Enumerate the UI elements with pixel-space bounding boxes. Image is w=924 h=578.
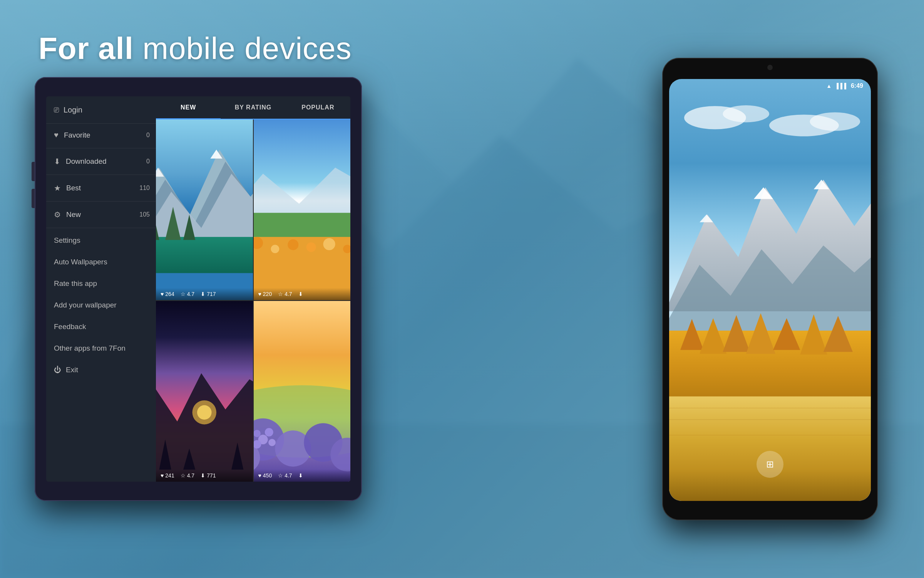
tablet-volume-down bbox=[32, 189, 35, 208]
phone-body: ▲ ▐▐▐ 6:49 ⊞ bbox=[662, 58, 878, 520]
sidebar-item-best[interactable]: ★ Best 110 bbox=[46, 176, 156, 200]
svg-point-23 bbox=[323, 238, 335, 250]
tablet-body: ⎚ Login ♥ Favorite 0 ⬇ Downloaded 0 bbox=[35, 77, 362, 501]
wp1-likes: ♥ 264 bbox=[161, 291, 174, 297]
wp4-likes: ♥ 450 bbox=[258, 472, 272, 479]
wallpaper-image-4 bbox=[254, 301, 351, 482]
add-wallpaper-label: Add your wallpaper bbox=[54, 301, 117, 309]
downloaded-badge: 0 bbox=[146, 158, 150, 165]
wallpaper-image-1 bbox=[156, 119, 253, 300]
phone-fab[interactable]: ⊞ bbox=[757, 451, 783, 478]
wallpaper-cell-4[interactable]: ♥ 450 ☆ 4.7 ⬇ bbox=[254, 301, 351, 482]
phone-device: ▲ ▐▐▐ 6:49 ⊞ bbox=[662, 58, 878, 520]
sidebar-item-new[interactable]: ⚙ New 105 bbox=[46, 203, 156, 226]
login-icon: ⎚ bbox=[54, 105, 59, 115]
wp1-rating: ☆ 4.7 bbox=[181, 291, 194, 297]
wp2-likes: ♥ 220 bbox=[258, 291, 272, 297]
svg-point-44 bbox=[268, 439, 276, 446]
favorite-icon: ♥ bbox=[54, 131, 59, 139]
signal-icon: ▐▐▐ bbox=[835, 83, 846, 89]
sidebar-item-rate-app[interactable]: Rate this app bbox=[46, 273, 156, 294]
divider-4 bbox=[46, 228, 156, 228]
wallpaper-cell-2[interactable]: ♥ 220 ☆ 4.7 ⬇ bbox=[254, 119, 351, 300]
divider-2 bbox=[46, 175, 156, 175]
wp3-downloads: ⬇ 771 bbox=[201, 472, 216, 479]
tablet-device: ⎚ Login ♥ Favorite 0 ⬇ Downloaded 0 bbox=[35, 77, 362, 501]
settings-label: Settings bbox=[54, 236, 80, 245]
feedback-label: Feedback bbox=[54, 323, 86, 331]
wifi-icon: ▲ bbox=[826, 83, 832, 89]
sidebar-item-add-wallpaper[interactable]: Add your wallpaper bbox=[46, 294, 156, 316]
tabs-bar: NEW BY RATING POPULAR bbox=[156, 96, 350, 119]
main-content: NEW BY RATING POPULAR bbox=[156, 96, 350, 482]
sidebar-item-favorite[interactable]: ♥ Favorite 0 bbox=[46, 124, 156, 146]
svg-point-42 bbox=[254, 430, 261, 437]
sidebar-item-auto-wallpapers[interactable]: Auto Wallpapers bbox=[46, 251, 156, 273]
downloaded-label: Downloaded bbox=[66, 157, 107, 166]
phone-status-bar: ▲ ▐▐▐ 6:49 bbox=[669, 79, 871, 93]
headline-regular: mobile devices bbox=[134, 31, 352, 66]
sidebar-login[interactable]: ⎚ Login bbox=[46, 96, 156, 124]
wallpaper-grid: ♥ 264 ☆ 4.7 ⬇ 717 bbox=[156, 119, 350, 482]
other-apps-label: Other apps from 7Fon bbox=[54, 344, 126, 353]
new-badge: 105 bbox=[139, 211, 150, 218]
svg-rect-60 bbox=[669, 397, 871, 501]
tab-popular[interactable]: POPULAR bbox=[286, 96, 350, 119]
sidebar-item-downloaded[interactable]: ⬇ Downloaded 0 bbox=[46, 150, 156, 173]
sidebar-item-other-apps[interactable]: Other apps from 7Fon bbox=[46, 338, 156, 359]
sidebar-item-feedback[interactable]: Feedback bbox=[46, 316, 156, 338]
svg-point-20 bbox=[271, 245, 279, 253]
wallpaper-4-stats: ♥ 450 ☆ 4.7 ⬇ bbox=[254, 469, 351, 482]
exit-label: Exit bbox=[66, 366, 78, 374]
favorite-label: Favorite bbox=[64, 131, 90, 139]
grid-icon: ⊞ bbox=[766, 459, 774, 470]
wp4-rating: ☆ 4.7 bbox=[278, 472, 292, 479]
wp1-downloads: ⬇ 717 bbox=[201, 291, 216, 297]
sidebar-item-settings[interactable]: Settings bbox=[46, 230, 156, 251]
wallpaper-1-stats: ♥ 264 ☆ 4.7 ⬇ 717 bbox=[156, 288, 253, 300]
headline: For all mobile devices bbox=[38, 31, 352, 66]
wp3-rating: ☆ 4.7 bbox=[181, 472, 194, 479]
headline-bold: For all bbox=[38, 31, 134, 66]
phone-wallpaper bbox=[669, 79, 871, 501]
svg-rect-8 bbox=[156, 237, 253, 273]
wp3-likes: ♥ 241 bbox=[161, 472, 174, 479]
tablet-screen: ⎚ Login ♥ Favorite 0 ⬇ Downloaded 0 bbox=[46, 96, 350, 482]
rate-app-label: Rate this app bbox=[54, 279, 97, 288]
wallpaper-3-stats: ♥ 241 ☆ 4.7 ⬇ 771 bbox=[156, 469, 253, 482]
tab-by-rating[interactable]: BY RATING bbox=[221, 96, 285, 119]
wallpaper-cell-3[interactable]: ♥ 241 ☆ 4.7 ⬇ 771 bbox=[156, 301, 253, 482]
best-label: Best bbox=[66, 184, 81, 192]
svg-point-22 bbox=[306, 242, 316, 252]
wallpaper-cell-1[interactable]: ♥ 264 ☆ 4.7 ⬇ 717 bbox=[156, 119, 253, 300]
star-icon: ★ bbox=[54, 183, 61, 193]
login-label: Login bbox=[64, 106, 82, 114]
favorite-badge: 0 bbox=[146, 132, 150, 139]
phone-camera bbox=[767, 65, 773, 70]
phone-time: 6:49 bbox=[851, 82, 863, 89]
svg-point-33 bbox=[197, 405, 212, 420]
new-icon: ⚙ bbox=[54, 210, 61, 219]
new-label: New bbox=[66, 210, 81, 219]
auto-wallpapers-label: Auto Wallpapers bbox=[54, 258, 107, 266]
svg-point-65 bbox=[723, 105, 769, 122]
divider-3 bbox=[46, 201, 156, 202]
svg-point-43 bbox=[264, 428, 273, 437]
exit-icon: ⏻ bbox=[54, 366, 61, 374]
svg-point-67 bbox=[810, 112, 860, 131]
wp4-download-icon: ⬇ bbox=[298, 472, 303, 479]
sidebar: ⎚ Login ♥ Favorite 0 ⬇ Downloaded 0 bbox=[46, 96, 156, 482]
wallpaper-image-3 bbox=[156, 301, 253, 482]
wallpaper-image-2 bbox=[254, 119, 351, 300]
sidebar-item-exit[interactable]: ⏻ Exit bbox=[46, 359, 156, 381]
wp2-rating: ☆ 4.7 bbox=[278, 291, 292, 297]
tab-new[interactable]: NEW bbox=[156, 96, 221, 119]
tablet-volume-up bbox=[32, 162, 35, 181]
wp2-download-icon: ⬇ bbox=[298, 291, 303, 297]
divider-1 bbox=[46, 148, 156, 148]
best-badge: 110 bbox=[139, 185, 150, 192]
wallpaper-2-stats: ♥ 220 ☆ 4.7 ⬇ bbox=[254, 288, 351, 300]
download-icon: ⬇ bbox=[54, 157, 60, 166]
svg-point-21 bbox=[288, 239, 298, 250]
phone-screen: ▲ ▐▐▐ 6:49 ⊞ bbox=[669, 79, 871, 501]
